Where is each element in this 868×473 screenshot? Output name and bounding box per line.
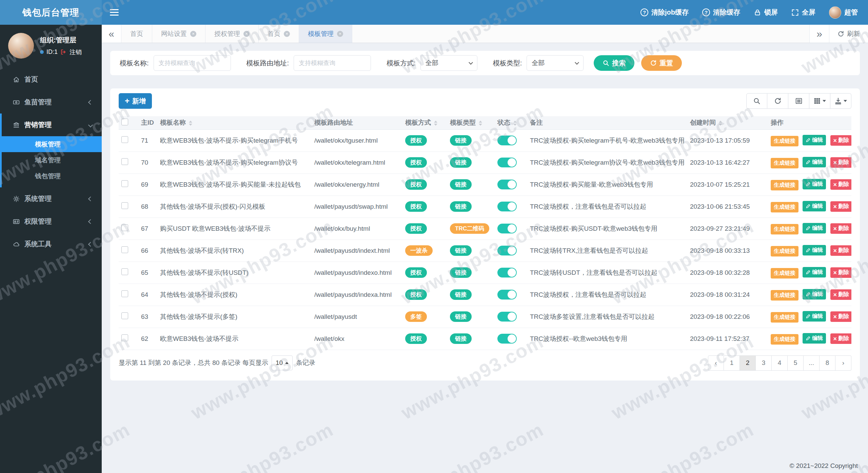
generate-link-button[interactable]: 生成链接 bbox=[771, 136, 798, 146]
column-header[interactable]: 模板方式 bbox=[402, 116, 447, 129]
page-button-4[interactable]: 4 bbox=[772, 355, 788, 371]
generate-link-button[interactable]: 生成链接 bbox=[771, 312, 798, 323]
sidebar-toggle-icon[interactable] bbox=[102, 0, 127, 25]
edit-button[interactable]: 编辑 bbox=[803, 311, 826, 322]
status-toggle[interactable] bbox=[497, 334, 517, 344]
avatar[interactable] bbox=[8, 33, 34, 59]
delete-button[interactable]: ×删除 bbox=[830, 135, 851, 146]
edit-button[interactable]: 编辑 bbox=[803, 267, 826, 277]
sort-icon[interactable] bbox=[479, 121, 482, 126]
detail-view-icon[interactable] bbox=[788, 93, 809, 109]
reset-button[interactable]: 重置 bbox=[641, 55, 682, 71]
page-button-3[interactable]: 3 bbox=[756, 355, 772, 371]
delete-button[interactable]: ×删除 bbox=[830, 157, 851, 168]
close-icon[interactable]: × bbox=[190, 31, 196, 37]
generate-link-button[interactable]: 生成链接 bbox=[771, 268, 798, 279]
tab-网站设置-1[interactable]: 网站设置× bbox=[152, 25, 205, 43]
generate-link-button[interactable]: 生成链接 bbox=[771, 224, 798, 234]
sidebar-item-system-tools[interactable]: 系统工具 bbox=[0, 233, 102, 255]
delete-button[interactable]: ×删除 bbox=[830, 201, 851, 212]
generate-link-button[interactable]: 生成链接 bbox=[771, 180, 798, 190]
logout-link[interactable]: 注销 bbox=[70, 48, 82, 56]
tab-首页-3[interactable]: 首页× bbox=[259, 25, 299, 43]
edit-button[interactable]: 编辑 bbox=[803, 135, 826, 145]
navbar-item-clear-job-cache[interactable]: ?清除job缓存 bbox=[640, 8, 689, 17]
status-toggle[interactable] bbox=[497, 312, 517, 322]
row-checkbox[interactable] bbox=[121, 136, 128, 143]
tabs-scroll-left-icon[interactable]: « bbox=[102, 25, 121, 43]
generate-link-button[interactable]: 生成链接 bbox=[771, 290, 798, 301]
delete-button[interactable]: ×删除 bbox=[830, 333, 851, 344]
delete-button[interactable]: ×删除 bbox=[830, 223, 851, 234]
page-button-8[interactable]: 8 bbox=[820, 355, 835, 371]
refresh-icon[interactable] bbox=[767, 93, 788, 109]
navbar-item-clear-cache[interactable]: ?清除缓存 bbox=[702, 8, 740, 17]
sort-icon[interactable] bbox=[513, 121, 517, 126]
column-header[interactable]: 模板类型 bbox=[447, 116, 495, 129]
row-checkbox[interactable] bbox=[121, 334, 128, 341]
template-route-input[interactable] bbox=[294, 55, 371, 71]
edit-button[interactable]: 编辑 bbox=[803, 223, 826, 233]
search-icon[interactable] bbox=[746, 93, 767, 109]
navbar-item-fullscreen[interactable]: 全屏 bbox=[791, 8, 815, 17]
tab-首页-0[interactable]: 首页 bbox=[121, 25, 152, 43]
tab-refresh-button[interactable]: 刷新 bbox=[829, 25, 868, 43]
page-button-2[interactable]: 2 bbox=[740, 355, 756, 371]
delete-button[interactable]: ×删除 bbox=[830, 179, 851, 190]
column-header[interactable]: 模板名称 bbox=[157, 116, 312, 129]
status-toggle[interactable] bbox=[497, 224, 517, 233]
sidebar-item-marketing-manage[interactable]: 营销管理 bbox=[2, 114, 102, 136]
navbar-item-lock-screen[interactable]: 锁屏 bbox=[754, 8, 778, 17]
status-toggle[interactable] bbox=[497, 202, 517, 211]
page-button-1[interactable]: 1 bbox=[724, 355, 740, 371]
row-checkbox[interactable] bbox=[121, 246, 128, 253]
row-checkbox[interactable] bbox=[121, 158, 128, 165]
select-all-checkbox[interactable] bbox=[121, 119, 128, 125]
sidebar-item-fry-manage[interactable]: 鱼苗管理 bbox=[0, 91, 102, 114]
status-toggle[interactable] bbox=[497, 268, 517, 277]
next-page-button[interactable]: › bbox=[835, 355, 851, 371]
page-size-select[interactable]: 10 bbox=[272, 355, 293, 370]
tab-授权管理-2[interactable]: 授权管理× bbox=[205, 25, 259, 43]
row-checkbox[interactable] bbox=[121, 224, 128, 231]
export-icon[interactable] bbox=[830, 93, 851, 109]
delete-button[interactable]: ×删除 bbox=[830, 267, 851, 278]
delete-button[interactable]: ×删除 bbox=[830, 311, 851, 322]
navbar-item-admin-user[interactable]: 超管 bbox=[829, 6, 858, 19]
row-checkbox[interactable] bbox=[121, 312, 128, 319]
app-logo[interactable]: 钱包后台管理 bbox=[0, 0, 102, 25]
row-checkbox[interactable] bbox=[121, 268, 128, 275]
generate-link-button[interactable]: 生成链接 bbox=[771, 202, 798, 212]
status-toggle[interactable] bbox=[497, 158, 517, 167]
add-button[interactable]: + 新增 bbox=[119, 93, 152, 109]
delete-button[interactable]: ×删除 bbox=[830, 289, 851, 300]
edit-button[interactable]: 编辑 bbox=[803, 201, 826, 211]
sort-icon[interactable] bbox=[434, 121, 437, 126]
column-header[interactable]: 创建时间 bbox=[687, 116, 768, 129]
column-header[interactable]: 状态 bbox=[495, 116, 527, 129]
row-checkbox[interactable] bbox=[121, 180, 128, 187]
sidebar-item-domain-manage[interactable]: 域名管理 bbox=[2, 152, 102, 168]
generate-link-button[interactable]: 生成链接 bbox=[771, 158, 798, 168]
delete-button[interactable]: ×删除 bbox=[830, 245, 851, 256]
page-button-...[interactable]: ... bbox=[804, 355, 820, 371]
edit-button[interactable]: 编辑 bbox=[803, 333, 826, 344]
edit-button[interactable]: 编辑 bbox=[803, 179, 826, 189]
prev-page-button[interactable]: ‹ bbox=[708, 355, 724, 371]
sidebar-item-system-manage[interactable]: 系统管理 bbox=[0, 187, 102, 210]
generate-link-button[interactable]: 生成链接 bbox=[771, 334, 798, 345]
sort-icon[interactable] bbox=[189, 121, 192, 126]
columns-icon[interactable] bbox=[809, 93, 830, 109]
search-button[interactable]: 搜索 bbox=[594, 55, 634, 71]
page-button-5[interactable]: 5 bbox=[788, 355, 804, 371]
status-toggle[interactable] bbox=[497, 136, 517, 145]
sidebar-item-home[interactable]: 首页 bbox=[0, 68, 102, 91]
row-checkbox[interactable] bbox=[121, 290, 128, 297]
close-icon[interactable]: × bbox=[284, 31, 290, 37]
sort-icon[interactable] bbox=[719, 121, 722, 126]
status-toggle[interactable] bbox=[497, 246, 517, 255]
status-toggle[interactable] bbox=[497, 180, 517, 189]
edit-button[interactable]: 编辑 bbox=[803, 289, 826, 300]
template-name-input[interactable] bbox=[154, 55, 231, 71]
status-toggle[interactable] bbox=[497, 290, 517, 300]
